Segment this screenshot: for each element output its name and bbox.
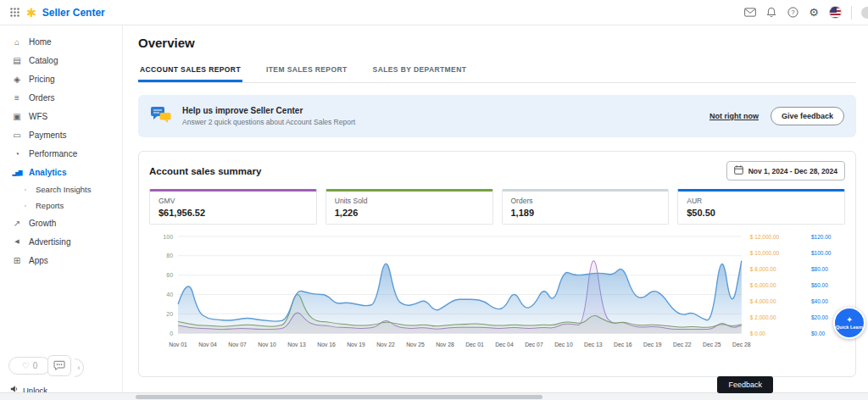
metric-value: $61,956.52: [159, 208, 308, 218]
metric-value: $50.50: [687, 208, 836, 218]
svg-text:$20.00: $20.00: [811, 314, 828, 320]
page-title: Overview: [138, 36, 856, 50]
like-count: 0: [33, 361, 38, 370]
svg-text:$40.00: $40.00: [811, 298, 828, 304]
svg-text:Dec 22: Dec 22: [673, 342, 692, 347]
metric-units-sold[interactable]: Units Sold 1,226: [326, 189, 493, 225]
pricing-icon: ◈: [12, 75, 22, 84]
quick-learn-label: Quick Learn: [836, 325, 863, 331]
growth-icon: ↗: [12, 219, 22, 228]
svg-text:$ 10,000.00: $ 10,000.00: [750, 250, 780, 256]
bell-icon[interactable]: [765, 7, 777, 19]
top-header: ✱ Seller Center ? ⚙: [0, 0, 868, 25]
svg-text:$ 6,000.00: $ 6,000.00: [750, 282, 776, 288]
main-content: Overview ACCOUNT SALES REPORT ITEM SALES…: [123, 25, 868, 400]
svg-text:$100.00: $100.00: [811, 250, 832, 256]
wfs-icon: ▣: [12, 112, 22, 121]
chevron-left-icon: ‹: [78, 364, 81, 372]
tab-sales-by-department[interactable]: SALES BY DEPARTMENT: [371, 60, 469, 82]
sidebar-item-label: Analytics: [29, 168, 66, 177]
svg-text:Dec 16: Dec 16: [614, 342, 632, 347]
svg-text:$ 2,000.00: $ 2,000.00: [750, 314, 776, 320]
sidebar-item-orders[interactable]: ≡Orders: [0, 88, 122, 107]
sidebar-item-label: Apps: [29, 256, 48, 265]
collapse-sidebar-handle[interactable]: ‹: [75, 358, 84, 377]
help-icon[interactable]: ?: [787, 7, 798, 19]
performance-icon: ◔: [12, 149, 22, 158]
svg-text:Nov 28: Nov 28: [436, 342, 454, 347]
svg-text:40: 40: [166, 292, 173, 297]
feedback-banner: Help us improve Seller Center Answer 2 q…: [138, 95, 856, 137]
svg-text:Nov 22: Nov 22: [376, 342, 395, 347]
date-range-label: Nov 1, 2024 - Dec 28, 2024: [748, 167, 837, 175]
feedback-button[interactable]: Feedback: [717, 376, 773, 393]
sidebar-item-catalog[interactable]: ▤Catalog: [0, 51, 122, 69]
metric-gmv[interactable]: GMV $61,956.52: [149, 189, 317, 225]
metric-label: Units Sold: [335, 197, 484, 205]
sidebar-item-payments[interactable]: ▭Payments: [0, 125, 122, 144]
scrollbar-handle[interactable]: [136, 395, 542, 399]
tab-item-sales-report[interactable]: ITEM SALES REPORT: [264, 60, 349, 82]
date-range-button[interactable]: Nov 1, 2024 - Dec 28, 2024: [726, 161, 845, 181]
sidebar-item-analytics[interactable]: ▂▅▇Analytics: [0, 163, 122, 181]
svg-text:Dec 01: Dec 01: [465, 342, 484, 347]
svg-text:$ 4,000.00: $ 4,000.00: [750, 298, 776, 304]
gear-icon[interactable]: ⚙: [808, 7, 820, 19]
svg-text:Dec 07: Dec 07: [525, 342, 543, 347]
svg-text:$ 0.00: $ 0.00: [750, 331, 765, 336]
sidebar-item-label: Growth: [29, 219, 56, 228]
account-menu-partial[interactable]: [861, 7, 868, 19]
metric-label: GMV: [159, 197, 308, 205]
heart-icon: ♡: [22, 361, 30, 370]
sidebar-item-label: Catalog: [29, 56, 58, 65]
metric-aur[interactable]: AUR $50.50: [677, 189, 845, 225]
svg-text:?: ?: [791, 8, 794, 16]
payments-icon: ▭: [12, 131, 22, 140]
advertising-icon: ◀: [12, 238, 22, 245]
not-right-now-link[interactable]: Not right now: [709, 112, 759, 120]
apps-grid-icon[interactable]: [8, 7, 20, 19]
svg-text:$80.00: $80.00: [811, 266, 828, 272]
tab-account-sales-report[interactable]: ACCOUNT SALES REPORT: [138, 60, 242, 82]
svg-text:Dec 13: Dec 13: [584, 342, 603, 347]
sidebar-item-label: WFS: [29, 112, 47, 121]
svg-text:$0.00: $0.00: [811, 331, 826, 336]
header-divider: [851, 6, 852, 19]
svg-text:Nov 25: Nov 25: [406, 342, 425, 347]
sidebar-item-reports[interactable]: ◦Reports: [0, 197, 122, 214]
metric-orders[interactable]: Orders 1,189: [502, 189, 670, 225]
svg-text:80: 80: [166, 253, 173, 258]
sidebar-item-pricing[interactable]: ◈Pricing: [0, 69, 122, 88]
svg-text:0: 0: [170, 331, 173, 336]
sidebar: ⌂Home ▤Catalog ◈Pricing ≡Orders ▣WFS ▭Pa…: [0, 25, 123, 400]
metric-tiles: GMV $61,956.52 Units Sold 1,226 Orders 1…: [149, 189, 845, 225]
brand-title[interactable]: Seller Center: [42, 7, 105, 19]
walmart-spark-icon: ✱: [26, 7, 36, 19]
like-counter[interactable]: ♡ 0: [8, 357, 51, 375]
metric-value: 1,189: [511, 208, 660, 218]
metric-label: Orders: [511, 197, 660, 205]
quick-learn-button[interactable]: ✦ Quick Learn: [833, 307, 865, 339]
sidebar-item-wfs[interactable]: ▣WFS: [0, 107, 122, 125]
sidebar-item-search-insights[interactable]: ◦Search Insights: [0, 181, 122, 197]
mail-icon[interactable]: [744, 7, 756, 19]
sidebar-item-label: Payments: [29, 131, 66, 140]
give-feedback-button[interactable]: Give feedback: [771, 107, 844, 125]
sidebar-item-advertising[interactable]: ◀Advertising: [0, 232, 122, 251]
svg-text:60: 60: [166, 272, 173, 278]
chat-bubble-icon: [53, 358, 65, 374]
sidebar-item-apps[interactable]: ⊞Apps: [0, 251, 122, 269]
tab-bar: ACCOUNT SALES REPORT ITEM SALES REPORT S…: [138, 60, 856, 83]
sidebar-item-home[interactable]: ⌂Home: [0, 32, 122, 51]
sidebar-item-performance[interactable]: ◔Performance: [0, 144, 122, 163]
orders-icon: ≡: [12, 93, 22, 103]
sidebar-item-label: Pricing: [29, 75, 55, 84]
svg-text:Dec 04: Dec 04: [495, 342, 514, 347]
apps-icon: ⊞: [12, 256, 22, 265]
reports-icon: ◦: [22, 203, 29, 208]
star-icon: ✦: [847, 316, 853, 325]
flag-avatar[interactable]: [829, 6, 842, 19]
chat-button[interactable]: [47, 355, 71, 376]
sidebar-item-growth[interactable]: ↗Growth: [0, 214, 122, 232]
svg-text:Dec 10: Dec 10: [554, 342, 573, 347]
